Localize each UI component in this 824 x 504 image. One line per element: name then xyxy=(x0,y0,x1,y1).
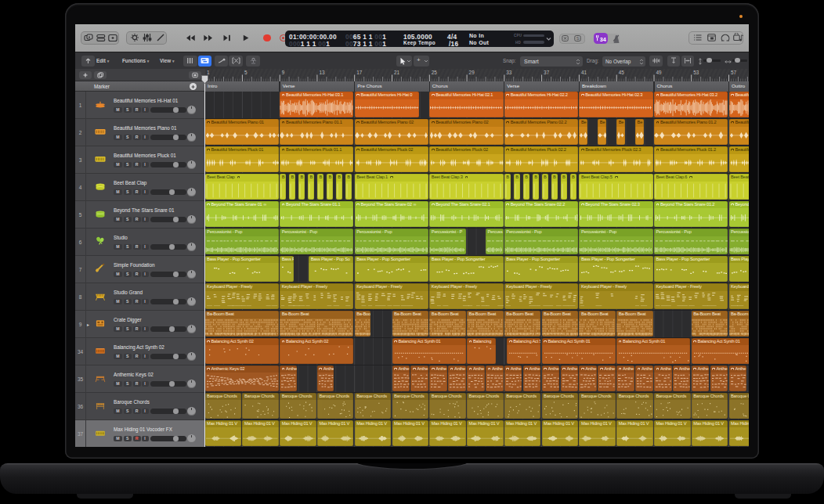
svg-text:1: 1 xyxy=(207,70,210,75)
svg-text:53: 53 xyxy=(693,70,699,75)
svg-text:17: 17 xyxy=(356,70,363,75)
svg-text:49: 49 xyxy=(656,70,663,75)
svg-text:5: 5 xyxy=(244,70,248,75)
svg-text:34: 34 xyxy=(600,36,606,43)
svg-text:25: 25 xyxy=(432,70,438,75)
svg-text:29: 29 xyxy=(469,70,475,75)
svg-text:9: 9 xyxy=(282,70,285,75)
svg-text:S: S xyxy=(576,36,580,41)
svg-text:57: 57 xyxy=(731,70,737,75)
svg-text:33: 33 xyxy=(506,70,512,75)
svg-text:41: 41 xyxy=(581,70,587,75)
svg-text:37: 37 xyxy=(544,70,550,75)
svg-text:21: 21 xyxy=(394,70,400,75)
svg-text:45: 45 xyxy=(619,70,625,75)
svg-text:13: 13 xyxy=(319,70,325,75)
